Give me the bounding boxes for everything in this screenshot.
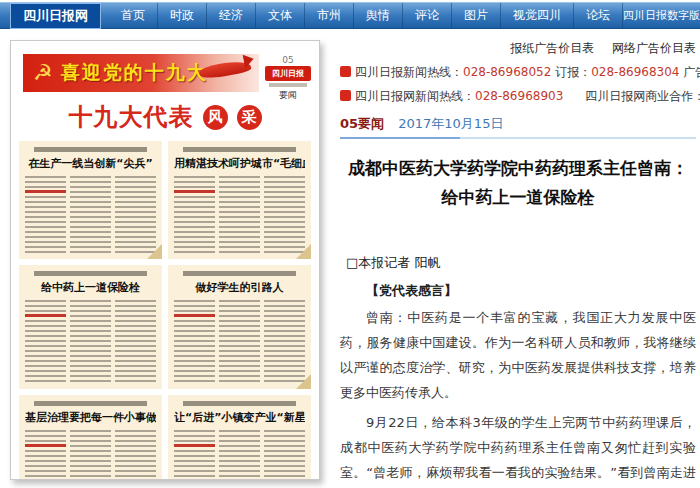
hotline-row-2: 四川日报网新闻热线：028-86968903 四川日报网商业合作：028-869… <box>340 88 696 105</box>
nav-item-economy[interactable]: 经济 <box>207 3 256 28</box>
page-curl <box>147 244 162 259</box>
hotline-row-1: 四川日报新闻热线：028-86968052 订报：028-86968304 广告… <box>340 64 696 81</box>
text-column <box>25 176 66 254</box>
page-curl <box>296 374 311 389</box>
epaper-masthead: 05 四川日报 要闻 <box>265 55 311 102</box>
masthead-section: 要闻 <box>265 89 311 102</box>
card-headline: 做好学生的引路人 <box>174 281 305 294</box>
web-hotline-number: 028-86968903 <box>475 89 563 103</box>
article-title: 成都中医药大学药学院中药药理系主任曾南： 给中药上一道保险栓 <box>340 154 696 212</box>
nav-item-home[interactable]: 首页 <box>109 3 158 28</box>
phone-icon <box>340 90 351 101</box>
card-body-columns <box>174 430 305 480</box>
kicker-text-bar <box>183 401 296 406</box>
series-badge-2: 采 <box>237 105 262 130</box>
nav-item-cities[interactable]: 市州 <box>305 3 354 28</box>
party-emblem-icon: ☭ <box>33 62 53 84</box>
article-paragraph: 9月22日，给本科3年级的学生上完两节中药药理课后，成都中医药大学药学院中药药理… <box>340 410 696 488</box>
text-column <box>264 300 305 384</box>
top-navbar: 四川日报网 首页 时政 经济 文体 市州 舆情 评论 图片 视觉四川 论坛 四川… <box>0 2 700 29</box>
section-tab[interactable]: 05要闻 <box>340 116 384 131</box>
text-column <box>174 300 215 384</box>
kicker-text-bar <box>34 271 147 276</box>
text-column <box>219 176 260 254</box>
card-headline: 用精湛技术呵护城市“毛细血管” <box>174 157 305 170</box>
article-date: 2017年10月15日 <box>398 116 503 131</box>
party-congress-banner: ☭ 喜迎党的十九大 <box>23 54 259 92</box>
text-column <box>174 430 215 480</box>
text-column <box>174 176 215 254</box>
hotline-number: 028-86968052 <box>463 65 551 79</box>
epaper-article-card[interactable]: 让“后进”小镇变产业“新星” <box>168 395 311 480</box>
card-headline: 在生产一线当创新“尖兵” <box>25 157 156 170</box>
cooperation-label: 四川日报网商业合作： <box>585 89 700 103</box>
card-body-columns <box>174 300 305 384</box>
nav-item-forum[interactable]: 论坛 <box>574 3 623 28</box>
phone-icon <box>340 66 351 77</box>
kicker-text-bar <box>183 271 296 276</box>
section-tab-bar: 05要闻 2017年10月15日 <box>340 115 696 139</box>
text-column <box>219 300 260 384</box>
epaper-article-card[interactable]: 在生产一线当创新“尖兵” <box>19 141 162 259</box>
text-column <box>115 300 156 384</box>
text-column <box>70 300 111 384</box>
epaper-article-card[interactable]: 基层治理要把每一件小事做好 <box>19 395 162 480</box>
article-content-area: 报纸广告价目表 网络广告价目表 四川日报新闻热线：028-86968052 订报… <box>340 40 696 488</box>
series-title: 十九大代表 <box>68 103 193 131</box>
site-logo[interactable]: 四川日报网 <box>10 3 101 29</box>
card-headline: 让“后进”小镇变产业“新星” <box>174 411 305 424</box>
kicker-text-bar <box>34 147 147 152</box>
nav-right-info: 四川日报数字版-首页2017年10月15日 星期日 <box>623 8 700 23</box>
byline: □本报记者 阳帆 <box>340 254 696 272</box>
text-column <box>115 430 156 480</box>
subscribe-number: 028-86968304 <box>591 65 679 79</box>
banner-title: 喜迎党的十九大 <box>61 60 208 86</box>
kicker-text-bar <box>34 401 147 406</box>
text-column <box>115 176 156 254</box>
epaper-article-card[interactable]: 做好学生的引路人 <box>168 265 311 389</box>
paper-ad-price-link[interactable]: 报纸广告价目表 <box>510 41 594 55</box>
text-column <box>264 430 305 480</box>
text-column <box>70 430 111 480</box>
page-curl <box>296 244 311 259</box>
ad-price-links: 报纸广告价目表 网络广告价目表 <box>340 40 696 57</box>
text-column <box>25 300 66 384</box>
text-column <box>219 430 260 480</box>
hotline-label: 四川日报新闻热线： <box>355 65 463 79</box>
nav-item-photos[interactable]: 图片 <box>452 3 501 28</box>
card-body-columns <box>174 176 305 254</box>
masthead-date-bar <box>269 83 307 87</box>
card-body-columns <box>25 430 156 480</box>
nav-item-commentary[interactable]: 评论 <box>403 3 452 28</box>
text-column <box>25 430 66 480</box>
kicker-text-bar <box>183 147 296 152</box>
text-column <box>70 176 111 254</box>
epaper-page-preview[interactable]: ☭ 喜迎党的十九大 05 四川日报 要闻 十九大代表 风 采 在生产一线当创新“… <box>10 40 320 480</box>
article-paragraph: 曾南：中医药是一个丰富的宝藏，我国正大力发展中医药，服务健康中国建设。作为一名科… <box>340 305 696 405</box>
nav-item-politics[interactable]: 时政 <box>158 3 207 28</box>
delegate-remarks-label: 【党代表感言】 <box>340 282 696 300</box>
epaper-article-card[interactable]: 给中药上一道保险栓 <box>19 265 162 389</box>
digital-edition-home-link[interactable]: 四川日报数字版-首页 <box>623 9 700 22</box>
article-title-line2: 给中药上一道保险栓 <box>442 187 595 207</box>
card-headline: 基层治理要把每一件小事做好 <box>25 411 156 424</box>
card-body-columns <box>25 176 156 254</box>
subscribe-label: 订报： <box>555 65 591 79</box>
epaper-article-card[interactable]: 用精湛技术呵护城市“毛细血管” <box>168 141 311 259</box>
series-badge-1: 风 <box>203 105 228 130</box>
nav-item-visual-sichuan[interactable]: 视觉四川 <box>501 3 574 28</box>
card-headline: 给中药上一道保险栓 <box>25 281 156 294</box>
series-title-row: 十九大代表 风 采 <box>11 101 319 133</box>
page-number: 05 <box>265 55 311 65</box>
epaper-articles-grid: 在生产一线当创新“尖兵” 用精湛技术呵护城市“毛细血管” 给中药上一道保险栓 <box>11 133 319 480</box>
web-hotline-label: 四川日报网新闻热线： <box>355 89 475 103</box>
article-title-line1: 成都中医药大学药学院中药药理系主任曾南： <box>348 158 688 178</box>
nav-item-culture[interactable]: 文体 <box>256 3 305 28</box>
newspaper-name: 四川日报 <box>265 66 311 81</box>
main-menu: 首页 时政 经济 文体 市州 舆情 评论 图片 视觉四川 论坛 <box>109 3 623 28</box>
nav-item-opinion-monitor[interactable]: 舆情 <box>354 3 403 28</box>
ad-label: 广告： <box>683 65 700 79</box>
card-body-columns <box>25 300 156 384</box>
web-ad-price-link[interactable]: 网络广告价目表 <box>612 41 696 55</box>
text-column <box>264 176 305 254</box>
